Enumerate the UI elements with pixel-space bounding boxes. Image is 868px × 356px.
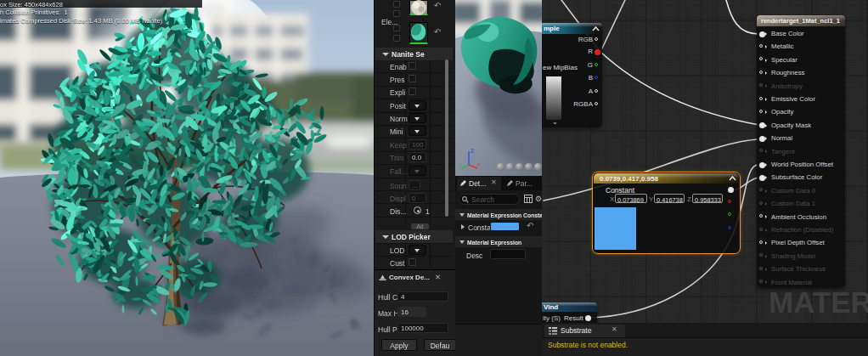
svg-text:Z: Z: [471, 148, 474, 154]
svg-text:x: x: [477, 161, 480, 167]
svg-text:y: y: [459, 162, 461, 167]
